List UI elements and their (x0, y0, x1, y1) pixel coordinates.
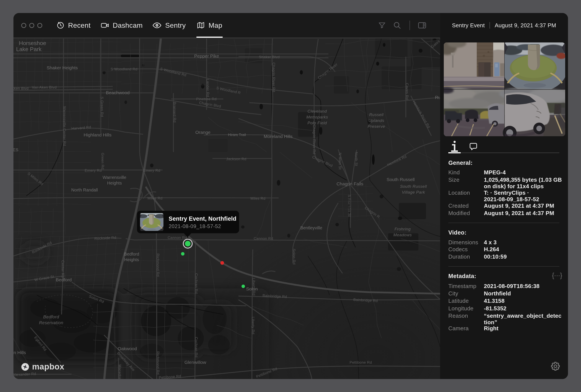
svg-text:Liberty Rd: Liberty Rd (251, 317, 255, 334)
svg-text:Cochran Rd: Cochran Rd (194, 337, 198, 358)
svg-text:S Franklin St: S Franklin St (347, 195, 352, 217)
svg-text:Richmond Rd: Richmond Rd (156, 253, 160, 277)
svg-text:Bedford: Bedford (124, 252, 139, 256)
svg-text:Pettibone Rd: Pettibone Rd (350, 360, 372, 365)
svg-text:Polo Field: Polo Field (308, 121, 327, 125)
svg-text:Meadows: Meadows (394, 233, 412, 237)
svg-text:Cochran Rd: Cochran Rd (194, 273, 198, 294)
svg-text:Van Aken Blvd: Van Aken Blvd (32, 85, 57, 89)
svg-text:Lake Park: Lake Park (16, 46, 42, 52)
svg-text:Shaker Blvd: Shaker Blvd (259, 55, 280, 59)
svg-text:Emery Rd: Emery Rd (143, 169, 160, 173)
svg-text:Brainard Rd: Brainard Rd (172, 102, 177, 122)
svg-text:Warrensville: Warrensville (102, 175, 126, 180)
svg-text:Chagrin Falls: Chagrin Falls (336, 181, 363, 186)
svg-text:Cleveland: Cleveland (308, 109, 327, 114)
svg-text:N Main St: N Main St (338, 153, 342, 170)
svg-text:Caves Rd: Caves Rd (405, 83, 409, 100)
svg-text:Metroparks: Metroparks (306, 115, 328, 119)
svg-text:South Russell: South Russell (386, 177, 415, 182)
svg-text:S Green Rd: S Green Rd (100, 97, 104, 117)
svg-text:Pinetree Rd: Pinetree Rd (196, 97, 216, 101)
svg-text:Lander Rd: Lander Rd (206, 79, 210, 97)
svg-text:Liberty Rd: Liberty Rd (252, 278, 256, 295)
svg-text:Hiram Trail: Hiram Trail (228, 133, 246, 137)
svg-text:Chagrin River Rd: Chagrin River Rd (312, 125, 316, 154)
svg-text:S Woodland Rd: S Woodland Rd (110, 67, 138, 71)
svg-text:Uplands: Uplands (368, 118, 384, 123)
svg-text:Bentleyville: Bentleyville (300, 225, 322, 230)
svg-text:Horseshoe: Horseshoe (19, 40, 46, 46)
svg-text:Glenwillow: Glenwillow (184, 360, 206, 365)
svg-text:Village Park: Village Park (402, 190, 425, 195)
svg-text:ES: ES (14, 148, 18, 152)
svg-text:Macedonia: Macedonia (118, 365, 122, 379)
svg-text:Solon Rd: Solon Rd (292, 249, 296, 264)
svg-text:Pepper Pike: Pepper Pike (194, 53, 219, 58)
svg-text:Green Rd: Green Rd (100, 153, 105, 170)
svg-text:Heights: Heights (107, 181, 122, 185)
svg-text:North St: North St (354, 152, 358, 166)
svg-text:n Aken Blvd: n Aken Blvd (14, 86, 28, 91)
svg-text:Bedford: Bedford (43, 314, 59, 319)
svg-text:Frohring: Frohring (394, 227, 411, 231)
svg-text:Shaker Heights: Shaker Heights (46, 65, 78, 70)
svg-text:Russell: Russell (369, 112, 384, 117)
svg-text:Moreland Hills: Moreland Hills (264, 134, 292, 139)
svg-text:Preserve: Preserve (368, 124, 385, 129)
svg-text:Warrensville Center Rd: Warrensville Center Rd (62, 106, 66, 146)
svg-text:n Hills: n Hills (14, 350, 26, 355)
svg-text:Oakwood: Oakwood (118, 346, 137, 351)
svg-text:Reservation: Reservation (39, 320, 63, 325)
svg-text:Chagrin River Rd: Chagrin River Rd (272, 63, 276, 92)
svg-text:Highland Hills: Highland Hills (84, 132, 112, 137)
svg-text:Cannon Rd: Cannon Rd (254, 236, 273, 241)
svg-text:Emery Rd: Emery Rd (85, 169, 102, 173)
svg-text:Miles Rd: Miles Rd (148, 196, 162, 200)
svg-text:Orange: Orange (195, 130, 210, 135)
svg-text:Heights: Heights (124, 257, 139, 262)
svg-text:South Russell: South Russell (400, 184, 427, 189)
svg-text:Center Rd: Center Rd (61, 260, 65, 278)
svg-text:Miles Rd: Miles Rd (250, 196, 265, 200)
svg-text:Ru: Ru (435, 95, 440, 100)
svg-text:Jackson Rd: Jackson Rd (226, 157, 246, 161)
svg-text:Richmond Rd: Richmond Rd (156, 351, 160, 375)
svg-text:Beachwood: Beachwood (106, 90, 130, 95)
svg-text:North Randall: North Randall (71, 188, 98, 192)
svg-text:Bedford: Bedford (56, 277, 72, 282)
